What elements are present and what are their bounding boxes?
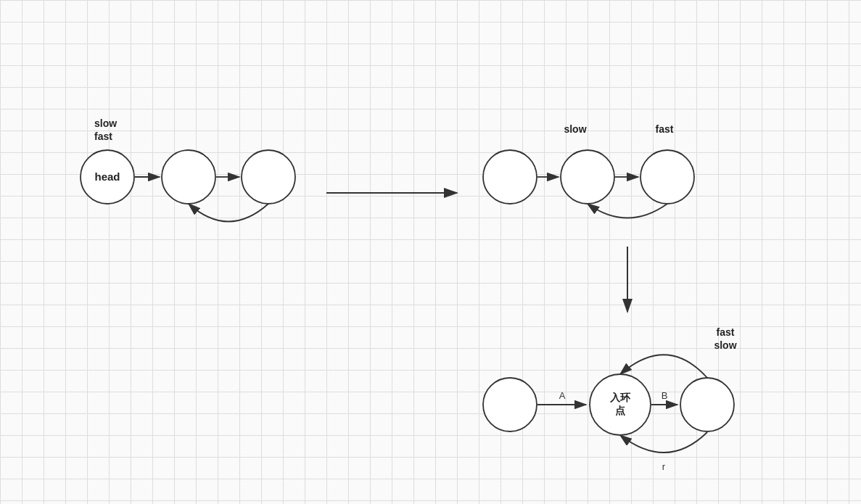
d3-label-B: B — [662, 390, 668, 401]
d1-head-label: head — [94, 170, 120, 183]
d3-loop-top — [620, 355, 707, 378]
d2-node2 — [561, 150, 614, 204]
d1-node3 — [242, 150, 295, 204]
d3-slow-label: slow — [714, 339, 736, 351]
diagram-canvas: slow fast head slow fast fast slow 入环 点 — [0, 0, 861, 504]
d3-label-A: A — [559, 390, 566, 401]
d3-entry-label-line2: 点 — [615, 405, 625, 416]
d3-fast-label: fast — [717, 326, 735, 338]
d1-node2 — [162, 150, 215, 204]
d1-fast-label: fast — [94, 131, 112, 142]
d2-fast-label: fast — [656, 123, 674, 135]
d3-left-node — [483, 378, 537, 431]
d2-node3 — [640, 150, 694, 204]
d3-right-node — [680, 378, 734, 431]
d1-slow-label: slow — [94, 117, 117, 129]
d3-entry-label-line1: 入环 — [609, 392, 631, 403]
d2-slow-label: slow — [564, 123, 586, 135]
d3-loop-bottom — [620, 432, 707, 453]
d1-cycle-arrow — [189, 204, 268, 222]
d2-cycle-arrow — [588, 204, 667, 218]
d3-label-r: r — [662, 461, 666, 472]
d2-node1 — [483, 150, 537, 204]
